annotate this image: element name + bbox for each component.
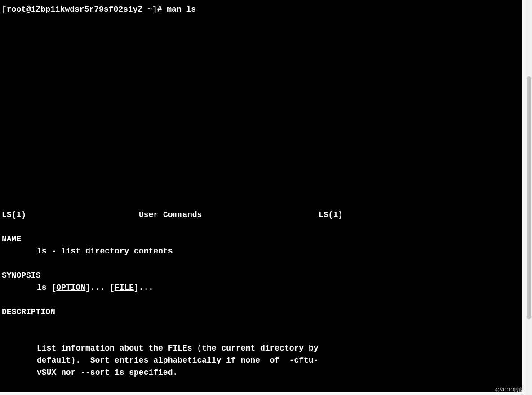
section-heading-name: NAME [2,233,520,245]
desc-flag-sort: --sort [80,368,110,377]
manpage-content: LS(1) User Commands LS(1) NAME ls - list… [2,209,520,395]
section-content-synopsis: ls [OPTION]... [FILE]... [2,282,520,294]
desc-text-a: List information about the FILEs (the cu… [37,344,319,365]
terminal-window[interactable]: [root@iZbp1ikwdsr5r79sf02s1yZ ~]# man ls… [0,0,522,392]
description-para-1: List information about the FILEs (the cu… [37,342,520,379]
manpage-header-row: LS(1) User Commands LS(1) [2,209,520,221]
desc-text-e: is specified. [110,368,177,377]
synopsis-bracket-close1: ]... [ [85,283,115,292]
synopsis-cmd: ls [37,283,47,292]
section-heading-description: DESCRIPTION [2,306,520,318]
manpage-header-center: User Commands [139,209,319,221]
section-content-description: List information about the FILEs (the cu… [2,318,520,395]
synopsis-file: FILE [115,283,134,292]
shell-prompt-line: [root@iZbp1ikwdsr5r79sf02s1yZ ~]# man ls [2,4,520,16]
manpage-header-right: LS(1) [319,209,520,221]
section-heading-synopsis: SYNOPSIS [2,270,520,282]
synopsis-option: OPTION [56,283,85,292]
section-content-name: ls - list directory contents [2,245,520,257]
desc-text-c: nor [56,368,80,377]
manpage-header-left: LS(1) [2,209,139,221]
synopsis-bracket-open1: [ [47,283,57,292]
watermark-text: @51CTO博客 [495,387,523,393]
scrollbar-track[interactable] [526,0,532,395]
synopsis-bracket-close2: ]... [134,283,153,292]
scrollbar-thumb[interactable] [527,76,531,319]
